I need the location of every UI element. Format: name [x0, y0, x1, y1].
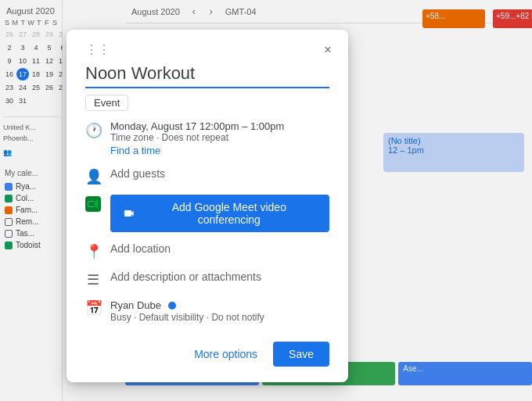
- add-location-row: 📍 Add location: [85, 242, 329, 260]
- svg-rect-5: [88, 202, 95, 206]
- datetime-text[interactable]: Monday, August 17 12:00pm – 1:00pm: [110, 120, 329, 132]
- add-guests-row: 👤 Add guests: [85, 166, 329, 185]
- description-icon: ☰: [85, 271, 101, 288]
- timezone-text: Time zone · Does not repeat: [110, 132, 329, 143]
- more-options-button[interactable]: More options: [185, 342, 267, 367]
- find-time-link[interactable]: Find a time: [110, 145, 160, 156]
- add-description-field[interactable]: Add description or attachments: [110, 270, 329, 284]
- add-guests-text[interactable]: Add guests: [110, 167, 165, 180]
- calendar-owner-field: Ryan Dube Busy · Default visibility · Do…: [110, 298, 329, 323]
- calendar-owner-row: 📅 Ryan Dube Busy · Default visibility · …: [85, 298, 329, 323]
- google-meet-icon: [85, 196, 101, 212]
- calendar-icon: 📅: [85, 299, 101, 317]
- add-location-field[interactable]: Add location: [110, 242, 329, 256]
- owner-color-dot: [168, 302, 176, 310]
- modal-footer: More options Save: [85, 335, 329, 367]
- modal-close-button[interactable]: ×: [317, 39, 339, 61]
- people-icon: 👤: [85, 168, 101, 185]
- event-type-badge[interactable]: Event: [85, 88, 329, 120]
- location-icon: 📍: [85, 243, 101, 260]
- add-guests-field[interactable]: Add guests: [110, 166, 329, 181]
- clock-icon: 🕐: [85, 122, 101, 139]
- meet-button-field: Add Google Meet video conferencing: [110, 195, 329, 232]
- save-button[interactable]: Save: [273, 342, 329, 367]
- drag-handle-icon: ⋮⋮: [85, 42, 110, 57]
- add-location-text[interactable]: Add location: [110, 242, 171, 255]
- add-description-row: ☰ Add description or attachments: [85, 270, 329, 288]
- event-title-input[interactable]: [85, 63, 329, 88]
- meet-button-label: Add Google Meet video conferencing: [142, 201, 317, 226]
- add-description-text[interactable]: Add description or attachments: [110, 270, 261, 283]
- event-creation-modal: × ⋮⋮ Event 🕐 Monday, August 17 12:00pm –…: [66, 30, 348, 382]
- meet-icon-container: [85, 196, 101, 216]
- datetime-row: 🕐 Monday, August 17 12:00pm – 1:00pm Tim…: [85, 120, 329, 157]
- modal-drag-handle: ⋮⋮: [85, 42, 329, 57]
- meet-video-icon: [123, 207, 135, 220]
- calendar-owner-subtitle: Busy · Default visibility · Do not notif…: [110, 312, 329, 323]
- meet-button-row: Add Google Meet video conferencing: [85, 195, 329, 232]
- add-meet-button[interactable]: Add Google Meet video conferencing: [110, 195, 329, 232]
- owner-name-text: Ryan Dube: [110, 299, 161, 311]
- datetime-field: Monday, August 17 12:00pm – 1:00pm Time …: [110, 120, 329, 157]
- calendar-owner-name: Ryan Dube: [110, 298, 329, 312]
